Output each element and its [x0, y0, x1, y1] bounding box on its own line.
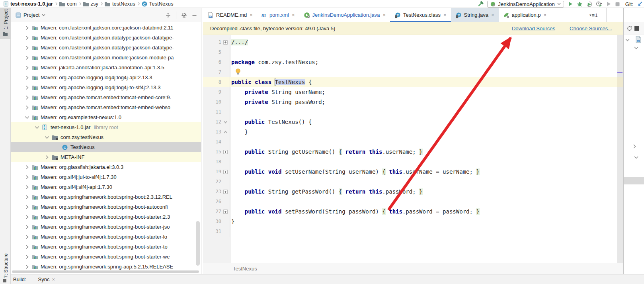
- tree-item[interactable]: Maven: org.slf4j:jul-to-slf4j:1.7.30: [11, 172, 201, 182]
- close-icon[interactable]: ×: [292, 12, 295, 18]
- tree-item[interactable]: Maven: org.springframework.boot:spring-b…: [11, 212, 201, 222]
- tree-horizontal-scrollbar[interactable]: [12, 270, 199, 273]
- fold-marker-icon[interactable]: [221, 127, 230, 137]
- hide-panel-icon[interactable]: [192, 13, 197, 18]
- tree-item[interactable]: test-nexus-1.0.jarlibrary root: [11, 122, 201, 132]
- chevron-right-icon[interactable]: [22, 245, 32, 249]
- code-line[interactable]: 7: [203, 67, 617, 77]
- tree-item[interactable]: Maven: jakarta.annotation:jakarta.annota…: [11, 63, 201, 72]
- code-line[interactable]: 10 private String passWord;: [203, 97, 617, 107]
- close-icon[interactable]: ×: [491, 12, 494, 18]
- panel-scrollbar[interactable]: [624, 177, 644, 184]
- code-line[interactable]: 5: [203, 47, 617, 57]
- chevron-down-icon[interactable]: [634, 156, 638, 159]
- chevron-down-icon[interactable]: [42, 136, 52, 139]
- run-configuration-select[interactable]: JenkinsDemoApplication: [487, 1, 564, 8]
- code-line[interactable]: 27 public void setPassWord(String passWo…: [203, 207, 617, 217]
- breadcrumb-item[interactable]: CTestNexus: [141, 1, 174, 7]
- chevron-right-icon[interactable]: [633, 144, 636, 149]
- structure-tool-icon[interactable]: [3, 279, 6, 282]
- tree-item[interactable]: Maven: org.springframework.boot:spring-b…: [11, 192, 201, 202]
- chevron-down-icon[interactable]: [625, 39, 630, 41]
- gear-icon[interactable]: [181, 12, 187, 18]
- chevron-down-icon[interactable]: [42, 14, 45, 16]
- fold-marker-icon[interactable]: [221, 37, 230, 47]
- tree-item[interactable]: Maven: com.fasterxml.jackson.core:jackso…: [11, 23, 201, 33]
- close-icon[interactable]: ×: [52, 276, 55, 282]
- code-line[interactable]: 13 }: [203, 127, 617, 137]
- tree-item[interactable]: Maven: org.springframework.boot:spring-b…: [11, 232, 201, 242]
- chevron-right-icon[interactable]: [22, 75, 32, 80]
- close-icon[interactable]: ×: [443, 12, 447, 18]
- code-line[interactable]: 18: [203, 157, 617, 167]
- tree-item[interactable]: Maven: org.apache.tomcat.embed:tomcat-em…: [11, 102, 201, 112]
- tree-item[interactable]: Maven: org.apache.logging.log4j:log4j-to…: [11, 82, 201, 92]
- chevron-right-icon[interactable]: [22, 25, 32, 30]
- code-line[interactable]: 19 public void setUserName(String userNa…: [203, 167, 617, 177]
- fold-marker-icon[interactable]: [221, 187, 230, 197]
- chevron-right-icon[interactable]: [42, 155, 52, 160]
- code-line[interactable]: 8public class TestNexus {: [203, 77, 617, 87]
- debug-button[interactable]: [577, 1, 583, 7]
- tree-item[interactable]: Maven: com.fasterxml.jackson.module:jack…: [11, 53, 201, 63]
- tree-item[interactable]: Maven: org.apache.logging.log4j:log4j-ap…: [11, 72, 201, 82]
- chevron-right-icon[interactable]: [22, 205, 32, 210]
- git-update-icon[interactable]: [637, 1, 643, 7]
- editor-scrollbar[interactable]: [617, 35, 623, 263]
- tree-item[interactable]: Maven: org.apache.tomcat.embed:tomcat-em…: [11, 92, 201, 102]
- chevron-down-icon[interactable]: [22, 116, 32, 119]
- settings-square-icon[interactable]: [634, 26, 639, 31]
- code-line[interactable]: 30}: [203, 217, 617, 227]
- fold-marker-icon[interactable]: [221, 147, 230, 157]
- editor-breadcrumb-bar[interactable]: TestNexus: [203, 263, 623, 274]
- tree-item[interactable]: Maven: org.springframework.boot:spring-b…: [11, 242, 201, 252]
- project-view-title[interactable]: Project: [23, 12, 39, 18]
- code-line[interactable]: 15 public String getUserName() { return …: [203, 147, 617, 157]
- build-sync-tab[interactable]: Sync: [38, 276, 50, 282]
- choose-sources-link[interactable]: Choose Sources...: [570, 25, 612, 31]
- chevron-right-icon[interactable]: [22, 95, 32, 100]
- tree-item[interactable]: Maven: com.fasterxml.jackson.datatype:ja…: [11, 33, 201, 43]
- code-line[interactable]: 14: [203, 137, 617, 147]
- build-hammer-icon[interactable]: [477, 1, 484, 7]
- fold-marker-icon[interactable]: [221, 207, 230, 217]
- close-icon[interactable]: ×: [250, 12, 253, 18]
- tree-item[interactable]: CTestNexus: [11, 142, 201, 152]
- breadcrumb-class[interactable]: TestNexus: [233, 266, 257, 272]
- code-line[interactable]: 12 public TestNexus() {: [203, 117, 617, 127]
- editor-tab[interactable]: JenkinsDemoApplication.java×: [299, 8, 390, 22]
- code-line[interactable]: 9 private String userName;: [203, 87, 617, 97]
- chevron-down-icon[interactable]: [634, 47, 638, 49]
- intention-bulb-icon[interactable]: [235, 68, 241, 75]
- profiler-button[interactable]: [596, 1, 602, 7]
- chevron-right-icon[interactable]: [22, 105, 32, 110]
- download-sources-link[interactable]: Download Sources: [512, 25, 555, 31]
- chevron-right-icon[interactable]: [22, 65, 32, 70]
- tree-item[interactable]: Maven: org.springframework.boot:spring-b…: [11, 202, 201, 212]
- breadcrumb-item[interactable]: zsy: [83, 1, 99, 7]
- collapse-all-icon[interactable]: [165, 12, 171, 18]
- chevron-right-icon[interactable]: [22, 85, 32, 90]
- refresh-icon[interactable]: [626, 25, 632, 31]
- tree-item[interactable]: META-INF: [11, 152, 201, 162]
- chevron-right-icon[interactable]: [22, 45, 32, 50]
- chevron-right-icon[interactable]: [22, 35, 32, 40]
- tree-vertical-scrollbar[interactable]: [196, 221, 200, 266]
- structure-tab-label[interactable]: 7: Structure: [3, 253, 9, 278]
- editor-tab[interactable]: CString.java×: [451, 8, 499, 22]
- chevron-right-icon[interactable]: [22, 165, 32, 170]
- tree-item[interactable]: Maven: org.glassfish:jakarta.el:3.0.3: [11, 162, 201, 172]
- run-with-coverage-button[interactable]: [586, 1, 592, 7]
- chevron-right-icon[interactable]: [22, 264, 32, 269]
- chevron-right-icon[interactable]: [22, 195, 32, 200]
- close-icon[interactable]: ×: [382, 12, 386, 18]
- fold-marker-icon[interactable]: [221, 167, 230, 177]
- chevron-right-icon[interactable]: [22, 255, 32, 259]
- code-line[interactable]: 11: [203, 107, 617, 117]
- editor-tab[interactable]: application.p×: [499, 8, 551, 22]
- chevron-right-icon[interactable]: [22, 175, 32, 180]
- project-tab-label[interactable]: 1: Project: [3, 9, 9, 29]
- chevron-right-icon[interactable]: [22, 215, 32, 219]
- editor-tab[interactable]: CTestNexus.class×: [390, 8, 451, 22]
- code-editor[interactable]: 1/.../56package com.zsy.testNexus;78publ…: [203, 35, 617, 263]
